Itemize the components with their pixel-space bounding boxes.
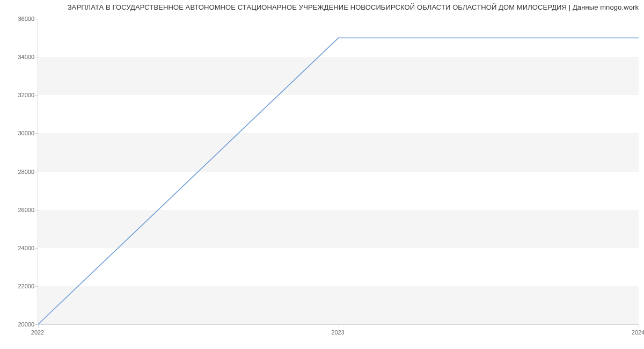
y-tick xyxy=(35,286,38,287)
x-tick xyxy=(339,325,339,328)
y-axis-label: 20000 xyxy=(14,321,34,328)
x-axis-label: 2022 xyxy=(31,329,44,336)
y-tick xyxy=(35,57,38,57)
plot-area xyxy=(38,19,639,325)
x-axis-label: 2024 xyxy=(632,329,644,336)
y-tick xyxy=(35,95,38,96)
y-axis-label: 34000 xyxy=(14,54,34,60)
y-tick xyxy=(35,172,38,172)
chart-title: ЗАРПЛАТА В ГОСУДАРСТВЕННОЕ АВТОНОМНОЕ СТ… xyxy=(68,3,639,11)
y-axis-label: 30000 xyxy=(14,130,34,136)
grid-band xyxy=(38,133,639,171)
y-axis-label: 36000 xyxy=(14,16,34,22)
y-axis-label: 22000 xyxy=(14,283,34,289)
x-tick xyxy=(38,325,39,328)
x-axis-label: 2023 xyxy=(331,329,344,336)
grid-band xyxy=(38,286,639,324)
y-tick xyxy=(35,133,38,134)
salary-line-chart: ЗАРПЛАТА В ГОСУДАРСТВЕННОЕ АВТОНОМНОЕ СТ… xyxy=(0,0,644,349)
y-axis-label: 26000 xyxy=(14,207,34,213)
y-tick xyxy=(35,248,38,249)
y-axis-label: 32000 xyxy=(14,92,34,98)
grid-band xyxy=(38,210,639,248)
x-tick xyxy=(639,325,639,328)
y-axis-label: 28000 xyxy=(14,169,34,175)
grid-band xyxy=(38,57,639,95)
y-tick xyxy=(35,19,38,19)
y-tick xyxy=(35,210,38,210)
y-axis-label: 24000 xyxy=(14,245,34,251)
